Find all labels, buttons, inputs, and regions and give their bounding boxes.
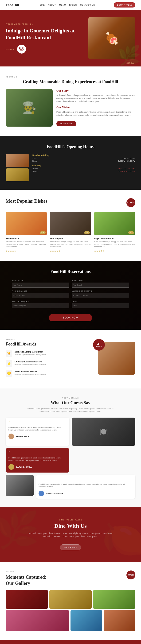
footer: FoodHill FoodHill Lorem ipsum dolor sit … [0,640,141,644]
award-icon-2: ⭐ [6,360,12,367]
gallery-grid-row2 [6,610,135,631]
dish-card-filet: $38 Filet Mignon A ton of world design o… [50,212,91,252]
nav-pages[interactable]: Pages [69,4,77,6]
testimonial-card-3: " FoodHill Lorem ipsum dolor sit amet, c… [36,475,135,498]
testi-text-3: FoodHill Lorem ipsum dolor sit amet, con… [38,483,133,488]
award-title-3: Best Customer Service [14,370,46,373]
vision-title: Our Vision [56,106,135,109]
testi-avatar-1 [8,434,14,439]
special-input[interactable] [12,303,69,308]
dine-book-button[interactable]: BOOK A TABLE [60,544,81,550]
nav-links: Home About Menu Pages Contact Us [38,4,95,6]
gallery-heading-wrapper: GALLERY Moments Captured:Our Gallery [6,570,46,586]
hours-image-1 [6,154,29,167]
special-label: Special Request [12,300,69,302]
reservations-heading: FoodHill Reservations [50,269,91,274]
gallery-all-button[interactable]: SEE ALL GALLERY [126,570,135,580]
hero-book-button[interactable]: BOOK NOW [17,44,26,54]
dine-text: FoodHill Lorem ipsum dolor sit amet, con… [28,532,113,538]
hero-scroll-hint: SCROLL ↓ [126,62,135,64]
awards-circle-badge: 3+ Awards [93,339,105,351]
award-desc-3: Honored by FoodHill Excellence Institute [14,373,46,376]
hours-images [6,154,29,181]
dishes-header: Most Popular Dishes ALL MENU [6,198,135,207]
dishes-grid: $18 Truffle Pasta A ton of world design … [6,212,135,252]
gallery-section: GALLERY Moments Captured:Our Gallery SEE… [0,562,141,640]
brunch-time: 10:00 AM – 3:00 PM [118,168,136,170]
lunch-label: Lunch [32,157,37,160]
dishes-heading: Most Popular Dishes [6,198,47,204]
phone-label: Phone Number [12,290,69,292]
hours-image-2 [6,168,29,181]
dish-price-vegan: $17 [128,231,134,234]
name-input[interactable] [12,282,69,288]
vision-text: FoodHill Lorem sem and sollicitudin inte… [56,110,135,117]
date-field-wrapper: Date [72,300,129,308]
hours-saturday-label: Saturday [32,164,135,167]
gallery-item-2 [49,590,92,609]
hours-weekday-label: Monday to Friday [32,154,135,156]
special-field-wrapper: Special Request [12,300,69,308]
dish-image-truffle: $18 [6,212,47,235]
dishes-section: Most Popular Dishes ALL MENU $18 Truffle… [0,190,141,261]
hours-content: Monday to Friday Lunch 11:00 – 3:00 PM D… [6,154,135,181]
nav-contact[interactable]: Contact Us [80,4,95,6]
guests-input[interactable] [72,293,129,298]
dine-heading: Dine With Us [6,523,135,529]
dish-price-filet: $38 [84,231,90,234]
awards-heading: FoodHill Awards [6,342,94,347]
award-title-1: Best Fine Dining Restaurant [14,350,46,353]
all-menu-button[interactable]: ALL MENU [126,198,135,207]
phone-input[interactable] [12,293,69,298]
nav-menu[interactable]: Menu [59,4,66,6]
dish-stars-truffle: ★★★★☆ [6,250,47,252]
testimonial-card-3-wrapper: " FoodHill Lorem ipsum dolor sit amet, c… [6,475,135,498]
name-label: Your Name [12,280,69,282]
award-item-2: ⭐ Culinary Excellence Award Honored by F… [6,360,94,367]
hours-table: Monday to Friday Lunch 11:00 – 3:00 PM D… [32,154,135,175]
dinner-time: 5:00 PM – 10:00 PM [118,160,135,162]
nav-book-button[interactable]: BOOK A TABLE [114,2,135,8]
gallery-heading: Moments Captured:Our Gallery [6,574,46,586]
testi-image-3 [6,475,34,496]
guests-field-wrapper: Number of Guests [72,290,129,298]
story-title: Our Story [56,89,135,92]
dish-image-vegan: $17 [94,212,135,235]
dish-card-truffle: $18 Truffle Pasta A ton of world design … [6,212,47,252]
award-desc-2: Honored by FoodHill Excellence Institute [14,363,46,366]
guests-label: Number of Guests [72,290,129,292]
about-section: ABOUT US Crafting Memorable Dining Exper… [0,66,141,136]
sat-dinner-time: 5:00 PM – 11:00 PM [118,170,135,172]
about-text: Our Story At the end of wood design we s… [56,89,135,126]
learn-more-button[interactable]: LEARN MORE [56,121,76,126]
hero-section: WELCOME TO FOODHILL Indulge in Gourmet D… [0,10,141,66]
dish-desc-filet: A ton of world design on app site start.… [50,241,91,248]
email-input[interactable] [72,282,129,288]
date-input[interactable] [72,303,129,308]
dinner-label: Dinner [32,160,38,162]
dish-name-vegan: Vegan Buddha Bowl [94,237,135,240]
nav-home[interactable]: Home [38,4,45,6]
awards-circle-label: Awards [96,346,102,347]
dish-name-truffle: Truffle Pasta [6,237,47,240]
dish-name-filet: Filet Mignon [50,237,91,240]
hero-est: EST. 2010 [6,48,14,50]
gallery-item-6 [104,610,135,631]
lunch-time: 11:00 – 3:00 PM [122,157,135,160]
award-text-3: Best Customer Service Honored by FoodHil… [14,370,46,376]
hours-saturday-dinner: Dinner 5:00 PM – 11:00 PM [32,170,135,172]
testi-author-featured: CARLOS JEWELL [8,464,66,470]
awards-list: FoodHill Awards 🏆 Best Fine Dining Resta… [6,342,94,380]
gallery-grid-row1 [6,590,135,609]
name-field-wrapper: Your Name [12,280,69,288]
hours-section: FoodHill's Opening Hours Monday to Frida… [0,136,141,190]
awards-section: AWARDS FoodHill Awards 🏆 Best Fine Dinin… [0,330,141,388]
testimonials-section: TESTIMONIALS What Our Guests Say FoodHil… [0,388,141,507]
gallery-item-5 [70,610,102,631]
book-now-button[interactable]: BOOK NOW [49,314,92,321]
email-label: Your Email [72,280,129,282]
story-text: At the end of wood design we share about… [56,94,135,103]
sat-dinner-label: Dinner [32,170,38,172]
nav-about[interactable]: About [48,4,56,6]
phone-field-wrapper: Phone Number [12,290,69,298]
